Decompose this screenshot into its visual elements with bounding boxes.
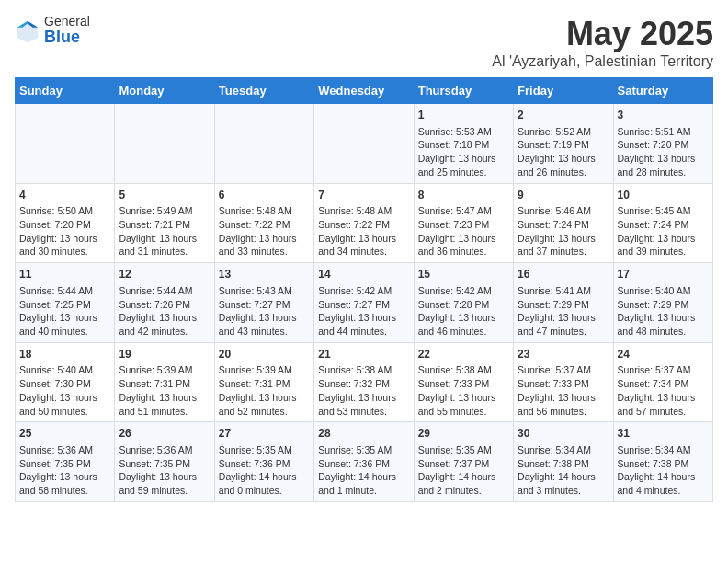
calendar-table: SundayMondayTuesdayWednesdayThursdayFrid… bbox=[15, 77, 713, 502]
weekday-header-tuesday: Tuesday bbox=[214, 78, 313, 104]
day-number: 21 bbox=[318, 347, 409, 362]
calendar-cell: 17Sunrise: 5:40 AMSunset: 7:29 PMDayligh… bbox=[613, 263, 712, 343]
day-number: 6 bbox=[219, 188, 310, 203]
calendar-cell: 23Sunrise: 5:37 AMSunset: 7:33 PMDayligh… bbox=[514, 342, 613, 422]
day-info: Sunrise: 5:45 AMSunset: 7:24 PMDaylight:… bbox=[618, 204, 709, 259]
week-row-5: 25Sunrise: 5:36 AMSunset: 7:35 PMDayligh… bbox=[16, 422, 713, 502]
day-number: 14 bbox=[318, 267, 409, 282]
day-number: 7 bbox=[318, 188, 409, 203]
day-number: 30 bbox=[518, 426, 609, 442]
day-info: Sunrise: 5:37 AMSunset: 7:33 PMDaylight:… bbox=[518, 363, 609, 418]
day-info: Sunrise: 5:40 AMSunset: 7:30 PMDaylight:… bbox=[19, 363, 110, 418]
day-number: 26 bbox=[119, 426, 210, 442]
day-number: 3 bbox=[618, 108, 709, 123]
day-info: Sunrise: 5:44 AMSunset: 7:25 PMDaylight:… bbox=[19, 284, 110, 339]
logo-text: General Blue bbox=[44, 15, 90, 47]
day-info: Sunrise: 5:44 AMSunset: 7:26 PMDaylight:… bbox=[119, 284, 210, 339]
calendar-cell bbox=[214, 104, 313, 184]
day-info: Sunrise: 5:46 AMSunset: 7:24 PMDaylight:… bbox=[518, 204, 609, 259]
day-number: 20 bbox=[219, 347, 310, 362]
calendar-cell: 19Sunrise: 5:39 AMSunset: 7:31 PMDayligh… bbox=[115, 342, 214, 422]
week-row-2: 4Sunrise: 5:50 AMSunset: 7:20 PMDaylight… bbox=[16, 183, 713, 263]
calendar-cell bbox=[115, 104, 214, 184]
day-number: 15 bbox=[418, 267, 509, 282]
day-number: 2 bbox=[518, 108, 609, 123]
calendar-cell: 31Sunrise: 5:34 AMSunset: 7:38 PMDayligh… bbox=[613, 422, 712, 502]
title-block: May 2025 Al 'Ayzariyah, Palestinian Terr… bbox=[492, 15, 713, 70]
day-number: 23 bbox=[518, 347, 609, 362]
day-number: 4 bbox=[19, 188, 110, 203]
day-number: 16 bbox=[518, 267, 609, 282]
calendar-cell: 22Sunrise: 5:38 AMSunset: 7:33 PMDayligh… bbox=[414, 342, 513, 422]
day-info: Sunrise: 5:50 AMSunset: 7:20 PMDaylight:… bbox=[19, 204, 110, 259]
calendar-title: May 2025 bbox=[492, 15, 713, 53]
day-info: Sunrise: 5:52 AMSunset: 7:19 PMDaylight:… bbox=[518, 125, 609, 179]
week-row-3: 11Sunrise: 5:44 AMSunset: 7:25 PMDayligh… bbox=[16, 263, 713, 343]
weekday-header-saturday: Saturday bbox=[613, 78, 712, 104]
calendar-cell: 18Sunrise: 5:40 AMSunset: 7:30 PMDayligh… bbox=[16, 342, 115, 422]
calendar-cell: 10Sunrise: 5:45 AMSunset: 7:24 PMDayligh… bbox=[613, 183, 712, 263]
day-number: 29 bbox=[418, 426, 509, 442]
day-info: Sunrise: 5:48 AMSunset: 7:22 PMDaylight:… bbox=[318, 204, 409, 259]
day-number: 25 bbox=[19, 426, 110, 442]
day-info: Sunrise: 5:38 AMSunset: 7:33 PMDaylight:… bbox=[418, 363, 509, 418]
day-number: 9 bbox=[518, 188, 609, 203]
calendar-cell: 7Sunrise: 5:48 AMSunset: 7:22 PMDaylight… bbox=[314, 183, 414, 263]
weekday-header-row: SundayMondayTuesdayWednesdayThursdayFrid… bbox=[16, 78, 713, 104]
day-info: Sunrise: 5:42 AMSunset: 7:27 PMDaylight:… bbox=[318, 284, 409, 339]
calendar-cell: 24Sunrise: 5:37 AMSunset: 7:34 PMDayligh… bbox=[613, 342, 712, 422]
day-number: 28 bbox=[318, 426, 409, 442]
calendar-cell: 28Sunrise: 5:35 AMSunset: 7:36 PMDayligh… bbox=[314, 422, 414, 502]
week-row-4: 18Sunrise: 5:40 AMSunset: 7:30 PMDayligh… bbox=[16, 342, 713, 422]
calendar-cell: 30Sunrise: 5:34 AMSunset: 7:38 PMDayligh… bbox=[514, 422, 613, 502]
weekday-header-sunday: Sunday bbox=[16, 78, 115, 104]
calendar-cell: 6Sunrise: 5:48 AMSunset: 7:22 PMDaylight… bbox=[214, 183, 313, 263]
day-number: 5 bbox=[119, 188, 210, 203]
day-info: Sunrise: 5:41 AMSunset: 7:29 PMDaylight:… bbox=[518, 284, 609, 339]
day-number: 19 bbox=[119, 347, 210, 362]
day-info: Sunrise: 5:36 AMSunset: 7:35 PMDaylight:… bbox=[119, 443, 210, 498]
weekday-header-monday: Monday bbox=[115, 78, 214, 104]
calendar-cell: 11Sunrise: 5:44 AMSunset: 7:25 PMDayligh… bbox=[16, 263, 115, 343]
day-info: Sunrise: 5:35 AMSunset: 7:36 PMDaylight:… bbox=[219, 443, 310, 498]
calendar-cell: 14Sunrise: 5:42 AMSunset: 7:27 PMDayligh… bbox=[314, 263, 414, 343]
calendar-cell: 12Sunrise: 5:44 AMSunset: 7:26 PMDayligh… bbox=[115, 263, 214, 343]
day-number: 17 bbox=[618, 267, 709, 282]
calendar-cell: 25Sunrise: 5:36 AMSunset: 7:35 PMDayligh… bbox=[16, 422, 115, 502]
calendar-cell bbox=[16, 104, 115, 184]
logo: General Blue bbox=[15, 15, 90, 47]
calendar-cell: 9Sunrise: 5:46 AMSunset: 7:24 PMDaylight… bbox=[514, 183, 613, 263]
day-number: 12 bbox=[119, 267, 210, 282]
day-info: Sunrise: 5:36 AMSunset: 7:35 PMDaylight:… bbox=[19, 443, 110, 498]
calendar-cell: 13Sunrise: 5:43 AMSunset: 7:27 PMDayligh… bbox=[214, 263, 313, 343]
day-number: 18 bbox=[19, 347, 110, 362]
calendar-cell: 3Sunrise: 5:51 AMSunset: 7:20 PMDaylight… bbox=[613, 104, 712, 184]
day-info: Sunrise: 5:34 AMSunset: 7:38 PMDaylight:… bbox=[618, 443, 709, 498]
calendar-cell: 16Sunrise: 5:41 AMSunset: 7:29 PMDayligh… bbox=[514, 263, 613, 343]
weekday-header-friday: Friday bbox=[514, 78, 613, 104]
calendar-cell: 8Sunrise: 5:47 AMSunset: 7:23 PMDaylight… bbox=[414, 183, 513, 263]
week-row-1: 1Sunrise: 5:53 AMSunset: 7:18 PMDaylight… bbox=[16, 104, 713, 184]
calendar-subtitle: Al 'Ayzariyah, Palestinian Territory bbox=[492, 53, 713, 70]
day-info: Sunrise: 5:48 AMSunset: 7:22 PMDaylight:… bbox=[219, 204, 310, 259]
day-info: Sunrise: 5:39 AMSunset: 7:31 PMDaylight:… bbox=[119, 363, 210, 418]
calendar-cell: 1Sunrise: 5:53 AMSunset: 7:18 PMDaylight… bbox=[414, 104, 513, 184]
day-info: Sunrise: 5:42 AMSunset: 7:28 PMDaylight:… bbox=[418, 284, 509, 339]
calendar-cell: 27Sunrise: 5:35 AMSunset: 7:36 PMDayligh… bbox=[214, 422, 313, 502]
day-number: 22 bbox=[418, 347, 509, 362]
day-info: Sunrise: 5:49 AMSunset: 7:21 PMDaylight:… bbox=[119, 204, 210, 259]
day-info: Sunrise: 5:35 AMSunset: 7:36 PMDaylight:… bbox=[318, 443, 409, 498]
day-number: 27 bbox=[219, 426, 310, 442]
calendar-cell: 15Sunrise: 5:42 AMSunset: 7:28 PMDayligh… bbox=[414, 263, 513, 343]
day-info: Sunrise: 5:37 AMSunset: 7:34 PMDaylight:… bbox=[618, 363, 709, 418]
weekday-header-thursday: Thursday bbox=[414, 78, 513, 104]
calendar-cell: 26Sunrise: 5:36 AMSunset: 7:35 PMDayligh… bbox=[115, 422, 214, 502]
logo-general-label: General bbox=[44, 15, 90, 29]
day-number: 31 bbox=[618, 426, 709, 442]
day-info: Sunrise: 5:53 AMSunset: 7:18 PMDaylight:… bbox=[418, 125, 509, 179]
calendar-cell: 29Sunrise: 5:35 AMSunset: 7:37 PMDayligh… bbox=[414, 422, 513, 502]
day-number: 24 bbox=[618, 347, 709, 362]
page-header: General Blue May 2025 Al 'Ayzariyah, Pal… bbox=[15, 15, 713, 70]
calendar-cell bbox=[314, 104, 414, 184]
day-number: 10 bbox=[618, 188, 709, 203]
